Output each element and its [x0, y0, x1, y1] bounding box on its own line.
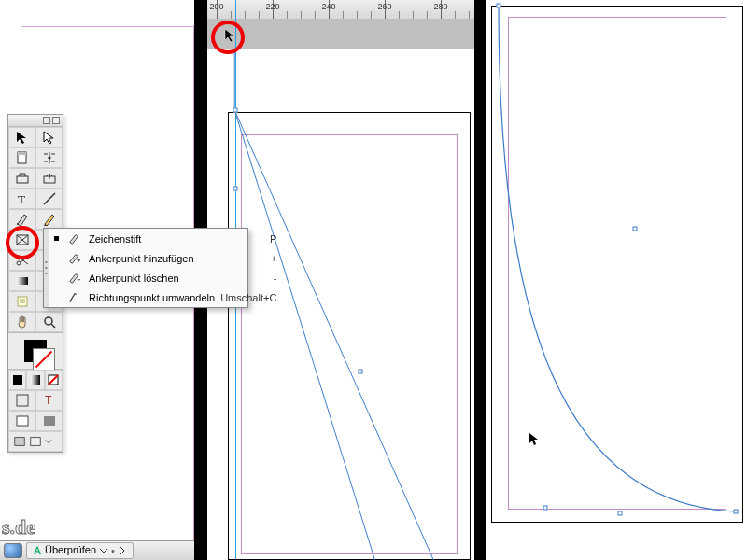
- view-mode-normal[interactable]: [8, 411, 35, 431]
- pasteboard-band: [207, 19, 474, 49]
- apply-gradient-button[interactable]: [26, 370, 44, 390]
- anchor-point[interactable]: [359, 370, 363, 374]
- ruler-label: 220: [265, 2, 279, 11]
- flyout-item-shortcut: P: [270, 233, 276, 245]
- pencil-tool[interactable]: [35, 209, 63, 230]
- svg-point-38: [46, 273, 48, 274]
- gap-tool-tool[interactable]: [35, 147, 63, 168]
- apply-color-button[interactable]: [8, 370, 26, 390]
- flyout-item-convert[interactable]: Richtungspunkt umwandelnUmschalt+C: [49, 287, 282, 307]
- panel-right: [486, 0, 747, 560]
- anchor-point[interactable]: [233, 187, 238, 191]
- svg-rect-33: [44, 416, 55, 426]
- flyout-item-shortcut: +: [271, 253, 276, 264]
- ruler-label: 240: [321, 2, 335, 11]
- gradient-swatch-tool[interactable]: [8, 271, 35, 291]
- view-mode-preview[interactable]: [35, 411, 63, 431]
- svg-rect-35: [31, 438, 41, 446]
- svg-rect-18: [17, 277, 28, 285]
- direct-selection-tool[interactable]: [35, 127, 63, 147]
- annotation-highlight-ring: [6, 226, 39, 259]
- apply-none-button[interactable]: [45, 370, 63, 390]
- bezier-curve[interactable]: [486, 0, 747, 560]
- flyout-item-pen[interactable]: ZeichenstiftP: [49, 229, 282, 248]
- chevron-right-icon: [118, 546, 127, 555]
- anchor-point[interactable]: [233, 108, 238, 113]
- format-text-button[interactable]: T: [35, 390, 63, 411]
- flyout-item-label: Zeichenstift: [89, 233, 264, 245]
- pen-minus-icon: [66, 272, 83, 285]
- start-button[interactable]: [4, 543, 22, 558]
- content-collector-tool[interactable]: [8, 168, 35, 189]
- svg-point-37: [46, 267, 48, 269]
- svg-line-5: [44, 193, 55, 204]
- svg-text:T: T: [18, 192, 25, 206]
- svg-rect-26: [13, 375, 22, 385]
- flyout-item-label: Richtungspunkt umwandeln: [89, 292, 215, 303]
- fill-stroke-swatch[interactable]: [8, 332, 63, 369]
- svg-text:T: T: [45, 394, 52, 407]
- pen-tool-flyout: ZeichenstiftPAnkerpunkt hinzufügen+Anker…: [43, 228, 248, 308]
- flyout-item-shortcut: -: [274, 273, 277, 284]
- convert-icon: [66, 291, 83, 304]
- svg-rect-27: [31, 375, 40, 385]
- flyout-item-shortcut: Umschalt+C: [220, 292, 276, 303]
- close-icon[interactable]: [52, 117, 60, 124]
- anchor-point[interactable]: [633, 227, 638, 231]
- chevron-down-icon: [99, 546, 108, 555]
- ruler-label: 260: [377, 2, 391, 11]
- cursor-icon: [529, 432, 540, 447]
- anchor-point[interactable]: [734, 510, 739, 514]
- zoom-tool[interactable]: [35, 312, 63, 332]
- toolbox-header[interactable]: [8, 115, 63, 127]
- selection-tool[interactable]: [8, 127, 35, 147]
- taskbar: Überprüfen •: [0, 540, 194, 560]
- ruler-label: 200: [209, 2, 223, 11]
- note-tool[interactable]: [8, 291, 35, 312]
- svg-point-36: [46, 261, 48, 263]
- pen-plus-icon: [66, 252, 83, 265]
- cursor-icon: [224, 28, 237, 43]
- svg-rect-21: [18, 297, 27, 306]
- svg-rect-1: [18, 152, 26, 155]
- svg-rect-2: [17, 176, 28, 183]
- watermark-text: s.de: [2, 515, 35, 539]
- svg-point-24: [45, 317, 52, 325]
- flyout-item-label: Ankerpunkt hinzufügen: [89, 253, 265, 264]
- horizontal-ruler[interactable]: 200220240260280: [207, 0, 474, 20]
- content-placer-tool[interactable]: [35, 168, 63, 189]
- taskbar-app-button[interactable]: Überprüfen •: [26, 542, 134, 559]
- anchor-point[interactable]: [618, 511, 623, 516]
- svg-rect-30: [17, 395, 28, 406]
- flyout-item-pen-plus[interactable]: Ankerpunkt hinzufügen+: [49, 248, 282, 268]
- pen-icon: [66, 232, 83, 245]
- anchor-point[interactable]: [497, 4, 501, 8]
- flyout-item-label: Ankerpunkt löschen: [89, 273, 268, 284]
- anchor-point[interactable]: [543, 506, 548, 511]
- frame-inner-margin: [241, 134, 458, 554]
- screen-mode-button[interactable]: [8, 431, 63, 452]
- ruler-label: 280: [433, 2, 447, 11]
- taskbar-app-label: Überprüfen: [45, 544, 96, 555]
- panel-left: T: [0, 0, 194, 560]
- line-tool[interactable]: [35, 189, 63, 209]
- type-tool[interactable]: T: [8, 189, 35, 209]
- svg-line-25: [51, 324, 55, 328]
- flyout-item-pen-minus[interactable]: Ankerpunkt löschen-: [49, 268, 282, 287]
- collapse-icon[interactable]: [43, 117, 50, 124]
- hand-tool[interactable]: [8, 312, 35, 332]
- svg-rect-34: [15, 438, 25, 446]
- svg-rect-32: [17, 416, 28, 426]
- format-container-button[interactable]: [8, 390, 35, 411]
- svg-point-6: [17, 223, 19, 225]
- page-tool-tool[interactable]: [8, 147, 35, 168]
- svg-point-12: [17, 261, 21, 265]
